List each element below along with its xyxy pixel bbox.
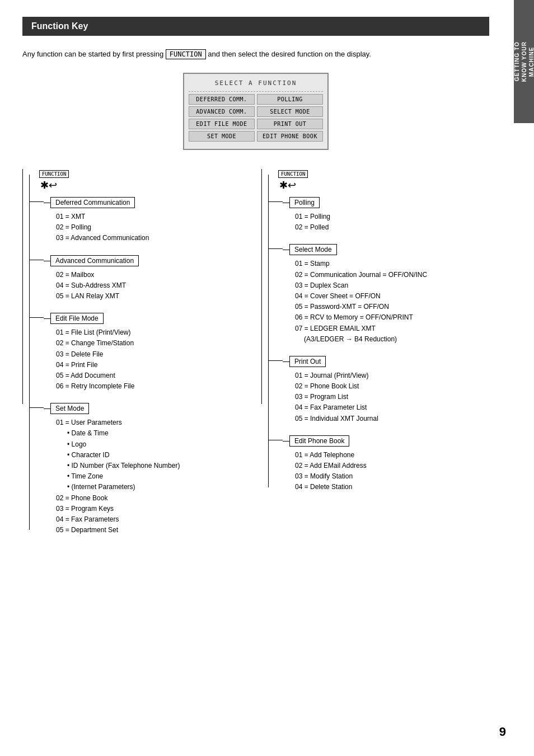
h-connector-edit-file: [29, 317, 44, 318]
label-print-out: Print Out: [289, 356, 326, 367]
label-edit-phone: Edit Phone Book: [289, 435, 349, 447]
lcd-btn-deferred: DEFERRED COMM.: [189, 94, 255, 105]
item: 02 = Phone Book: [56, 493, 250, 504]
item: 03 = Duplex Scan: [295, 280, 489, 291]
item: 02 = Polling: [56, 222, 250, 233]
function-symbol-right: ✱↩: [279, 179, 308, 191]
item: • Logo: [67, 439, 250, 450]
section-print-out: Print Out 01 = Journal (Print/View) 02 =…: [289, 356, 489, 424]
side-tab: GETTING TOKNOW YOURMACHINE: [514, 0, 534, 123]
section-select-mode: Select Mode 01 = Stamp 02 = Communicatio…: [289, 244, 489, 345]
item: 05 = Add Document: [56, 370, 250, 381]
items-advanced: 02 = Mailbox 04 = Sub-Address XMT 05 = L…: [56, 270, 250, 302]
side-tab-label: GETTING TOKNOW YOURMACHINE: [513, 41, 535, 82]
lcd-btn-edit-phone: EDIT PHONE BOOK: [257, 131, 323, 142]
h-connector-select-mode: [268, 248, 283, 249]
item: 04 = Fax Parameter List: [295, 402, 489, 413]
item: 02 = Mailbox: [56, 270, 250, 280]
item: 03 = Program Keys: [56, 504, 250, 514]
lcd-btn-advanced: ADVANCED COMM.: [189, 106, 255, 117]
item: 03 = Program List: [295, 392, 489, 402]
lcd-row-2: ADVANCED COMM. SELECT MODE: [189, 106, 323, 117]
item: 01 = Polling: [295, 212, 489, 222]
right-column: FUNCTION ✱↩ Polling 01 = Polling 02 = Po…: [256, 167, 489, 547]
label-select-mode: Select Mode: [289, 244, 337, 255]
h-connector-polling: [268, 201, 283, 202]
item: 07 = LEDGER EMAIL XMT: [295, 323, 489, 334]
intro-text-after: and then select the desired function on …: [208, 50, 371, 58]
function-label-right: FUNCTION: [278, 170, 308, 178]
item: 03 = Advanced Communication: [56, 233, 250, 243]
item: 02 = Phone Book List: [295, 381, 489, 392]
item: 01 = Stamp: [295, 259, 489, 269]
h-connector-advanced: [29, 260, 44, 260]
h-connector-edit-phone: [268, 440, 283, 440]
items-polling: 01 = Polling 02 = Polled: [295, 212, 489, 233]
intro-text-before: Any function can be started by first pre…: [22, 50, 163, 58]
label-set-mode: Set Mode: [50, 403, 89, 414]
item: 03 = Modify Station: [295, 471, 489, 482]
item: 01 = XMT: [56, 212, 250, 222]
lcd-row-3: EDIT FILE MODE PRINT OUT: [189, 119, 323, 129]
lcd-btn-set-mode: SET MODE: [189, 131, 255, 142]
function-key-button: FUNCTION: [166, 49, 206, 59]
page-number: 9: [499, 725, 506, 739]
section-set-mode: Set Mode 01 = User Parameters • Date & T…: [50, 403, 250, 536]
items-set-mode: 01 = User Parameters • Date & Time • Log…: [56, 417, 250, 536]
item: 06 = RCV to Memory = OFF/ON/PRINT: [295, 312, 489, 323]
item: (A3/LEDGER → B4 Reduction): [304, 334, 489, 345]
lcd-btn-polling: POLLING: [257, 94, 323, 105]
item: 01 = User Parameters: [56, 417, 250, 428]
main-content: Function Key Any function can be started…: [0, 0, 512, 580]
item: 03 = Delete File: [56, 349, 250, 360]
items-deferred: 01 = XMT 02 = Polling 03 = Advanced Comm…: [56, 212, 250, 244]
item: • ID Number (Fax Telephone Number): [67, 461, 250, 471]
section-edit-phone: Edit Phone Book 01 = Add Telephone 02 = …: [289, 435, 489, 493]
function-symbol-left: ✱↩: [40, 179, 69, 191]
item: 04 = Sub-Address XMT: [56, 280, 250, 291]
item: 05 = Department Set: [56, 525, 250, 536]
lcd-row-4: SET MODE EDIT PHONE BOOK: [189, 131, 323, 142]
item: 02 = Change Time/Station: [56, 338, 250, 349]
lcd-btn-edit-file: EDIT FILE MODE: [189, 119, 255, 129]
left-column: FUNCTION ✱↩ Deferred Communication 01 = …: [22, 167, 256, 547]
items-select-mode: 01 = Stamp 02 = Communication Journal = …: [295, 259, 489, 345]
lcd-display: SELECT A FUNCTION DEFERRED COMM. POLLING…: [183, 73, 329, 150]
item: 05 = Password-XMT = OFF/ON: [295, 302, 489, 312]
item: • Time Zone: [67, 471, 250, 482]
item: 02 = Polled: [295, 222, 489, 233]
item: 01 = Journal (Print/View): [295, 370, 489, 381]
h-connector-set-mode: [29, 407, 44, 408]
items-print-out: 01 = Journal (Print/View) 02 = Phone Boo…: [295, 370, 489, 424]
label-advanced: Advanced Communication: [50, 255, 139, 266]
h-connector-deferred: [29, 201, 44, 202]
item: 04 = Print File: [56, 360, 250, 370]
h-connector-print-out: [268, 360, 283, 361]
page-title: Function Key: [22, 17, 489, 36]
section-polling: Polling 01 = Polling 02 = Polled: [289, 197, 489, 233]
function-label-left: FUNCTION: [39, 170, 69, 178]
lcd-btn-print-out: PRINT OUT: [257, 119, 323, 129]
lcd-btn-select-mode: SELECT MODE: [257, 106, 323, 117]
item: 06 = Retry Incomplete File: [56, 381, 250, 392]
right-sections-wrapper: Polling 01 = Polling 02 = Polled Select …: [261, 197, 489, 493]
item: 04 = Fax Parameters: [56, 514, 250, 525]
item: 01 = Add Telephone: [295, 450, 489, 461]
left-sections-wrapper: Deferred Communication 01 = XMT 02 = Pol…: [22, 197, 250, 536]
item: 04 = Delete Station: [295, 482, 489, 492]
left-vert-line: [29, 175, 30, 530]
label-polling: Polling: [289, 197, 320, 208]
item: • (Internet Parameters): [67, 482, 250, 492]
item: 01 = File List (Print/View): [56, 327, 250, 338]
item: • Character ID: [67, 450, 250, 461]
label-deferred: Deferred Communication: [50, 197, 135, 208]
diagram-area: FUNCTION ✱↩ Deferred Communication 01 = …: [22, 167, 489, 547]
lcd-title: SELECT A FUNCTION: [189, 79, 323, 87]
item: • Date & Time: [67, 428, 250, 439]
item: 02 = Communication Journal = OFF/ON/INC: [295, 270, 489, 280]
label-edit-file: Edit File Mode: [50, 313, 104, 324]
section-deferred: Deferred Communication 01 = XMT 02 = Pol…: [50, 197, 250, 244]
item: 05 = LAN Relay XMT: [56, 291, 250, 302]
items-edit-phone: 01 = Add Telephone 02 = Add EMail Addres…: [295, 450, 489, 493]
item: 04 = Cover Sheet = OFF/ON: [295, 291, 489, 302]
